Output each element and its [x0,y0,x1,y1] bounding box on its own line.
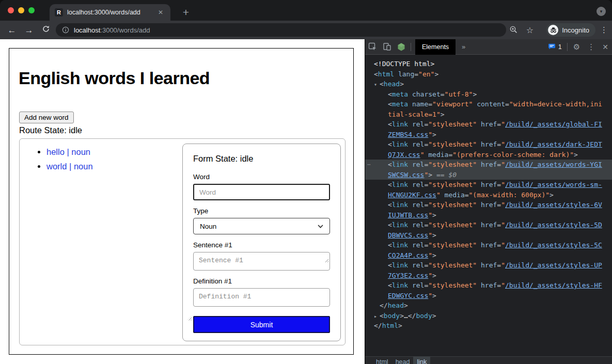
page-title: English words I learned [19,68,210,88]
tab-title: localhost:3000/words/add [67,9,156,16]
form-state-text: Form State: idle [193,154,330,164]
reload-button[interactable] [39,24,53,37]
word-list-item: hello | noun [46,147,93,157]
incognito-label: Incognito [562,26,589,34]
code-line[interactable]: <link rel="stylesheet" href="/build/_ass… [365,180,612,190]
incognito-badge: Incognito [546,23,595,37]
sentence-textarea[interactable] [193,252,330,271]
device-toolbar-button[interactable] [380,39,394,55]
back-button[interactable]: ← [5,24,19,37]
code-line[interactable]: 7GY3E2.css"> [365,271,612,281]
word-link[interactable]: world | noun [46,162,93,171]
code-line[interactable]: <link rel="stylesheet" href="/build/_ass… [365,240,612,250]
code-line[interactable]: </head> [365,300,612,311]
code-line[interactable]: HCNGU2KF.css" media="(max-width: 600px)"… [365,190,612,200]
device-toolbar-icon [383,42,391,51]
code-line[interactable]: <link rel="stylesheet" href="/build/_ass… [365,200,612,210]
url-path: :3000/words/add [100,26,150,34]
toolbar-divider [567,43,568,51]
nodejs-hexagon-icon [397,42,406,52]
app-container: English words I learned Add new word Rou… [9,48,354,355]
reload-icon [42,25,50,33]
code-line[interactable]: <link rel="stylesheet" href="/build/_ass… [365,220,612,230]
bookmark-star-icon[interactable]: ☆ [526,25,533,35]
address-bar[interactable]: localhost:3000/words/add [56,23,506,37]
chevron-down-icon [318,225,323,228]
add-new-word-button[interactable]: Add new word [19,112,74,123]
definition-label: Definition #1 [193,277,330,285]
code-line[interactable]: DBWVCS.css"> [365,230,612,241]
code-line[interactable]: tial-scale=1"> [365,109,612,120]
new-tab-button[interactable]: + [179,5,193,20]
devtools-panel: Elements » 1 ⚙ ⋮ ✕ <!DOCTYPE html><html … [365,39,612,364]
issues-bubble-icon [548,43,556,50]
breadcrumb-item-head[interactable]: head [392,357,414,364]
word-form: Form State: idle Word Type Noun Sentence… [182,144,341,341]
code-line[interactable]: <!DOCTYPE html> [365,59,612,69]
toolbar-divider [411,43,411,51]
code-line[interactable]: </html> [365,321,612,331]
devtools-close-button[interactable]: ✕ [599,43,612,51]
code-line[interactable]: <meta charset="utf-8"> [365,89,612,100]
code-line[interactable]: IUJWTB.css"> [365,210,612,220]
twisty-icon[interactable]: ▾ [374,80,380,90]
minimize-window-button[interactable] [18,7,24,13]
url-host: localhost [74,26,100,34]
word-link[interactable]: hello | noun [46,147,90,156]
word-label: Word [193,173,330,181]
code-line[interactable]: ⋯<link rel="stylesheet" href="/build/_as… [365,160,612,170]
twisty-icon[interactable]: ▸ [374,311,380,322]
remix-favicon-icon: R [55,8,63,17]
definition-textarea[interactable] [193,288,330,307]
zoom-page-button[interactable] [509,25,518,36]
words-panel: hello | nounworld | noun Form State: idl… [19,138,346,345]
more-tabs-button[interactable]: » [456,43,472,51]
tab-search-button[interactable]: ▾ [597,7,606,16]
issues-button[interactable]: 1 [545,43,565,51]
issues-count: 1 [558,43,562,51]
code-line[interactable]: <html lang="en"> [365,69,612,80]
tab-elements[interactable]: Elements [415,39,456,55]
tab-strip: R localhost:3000/words/add ✕ + ▾ [0,0,612,21]
close-window-button[interactable] [8,7,14,13]
code-line[interactable]: <link rel="stylesheet" href="/build/_ass… [365,139,612,150]
inspect-cursor-icon [368,42,377,51]
submit-button[interactable]: Submit [193,316,330,333]
page-viewport: English words I learned Add new word Rou… [0,39,365,364]
hover-dots-icon: ⋯ [367,160,370,170]
node-extension-button[interactable] [394,39,409,55]
resize-grip-icon[interactable] [187,316,192,321]
code-line[interactable]: ZEMBS4.css"> [365,130,612,140]
breadcrumb-item-link[interactable]: link [413,357,430,364]
code-line[interactable]: CO2A4P.css"> [365,250,612,261]
browser-tab[interactable]: R localhost:3000/words/add ✕ [50,4,170,21]
type-select-value: Noun [200,223,216,230]
code-line[interactable]: <meta name="viewport" content="width=dev… [365,99,612,109]
browser-menu-button[interactable]: ⋮ [600,25,608,35]
zoom-window-button[interactable] [28,7,35,13]
type-label: Type [193,207,330,215]
magnifier-plus-icon [509,25,518,34]
code-line[interactable]: <link rel="stylesheet" href="/build/_ass… [365,119,612,130]
code-line[interactable]: <link rel="stylesheet" href="/build/_ass… [365,280,612,291]
inspect-element-button[interactable] [365,39,380,55]
code-line[interactable]: SWCSW.css"> == $0 [365,170,612,180]
forward-button[interactable]: → [22,24,36,37]
browser-window: R localhost:3000/words/add ✕ + ▾ ← → loc… [0,0,612,364]
code-line[interactable]: ▾<head> [365,79,612,89]
devtools-menu-button[interactable]: ⋮ [584,42,599,52]
code-line[interactable]: Q7JX.css" media="(prefers-color-scheme: … [365,150,612,160]
code-line[interactable]: EDWGYC.css"> [365,291,612,301]
route-state-text: Route State: idle [19,125,82,135]
type-select[interactable]: Noun [193,218,330,234]
element-breadcrumbs: htmlheadlink [365,356,612,364]
page-info-icon[interactable] [62,26,69,34]
devtools-settings-button[interactable]: ⚙ [570,42,584,52]
tab-close-icon[interactable]: ✕ [156,8,165,17]
incognito-icon [548,25,558,35]
code-line[interactable]: <link rel="stylesheet" href="/build/_ass… [365,260,612,271]
code-line[interactable]: ▸<body>…</body> [365,311,612,321]
breadcrumb-item-html[interactable]: html [372,357,392,364]
word-list-item: world | noun [46,162,93,171]
word-input[interactable] [193,184,330,200]
